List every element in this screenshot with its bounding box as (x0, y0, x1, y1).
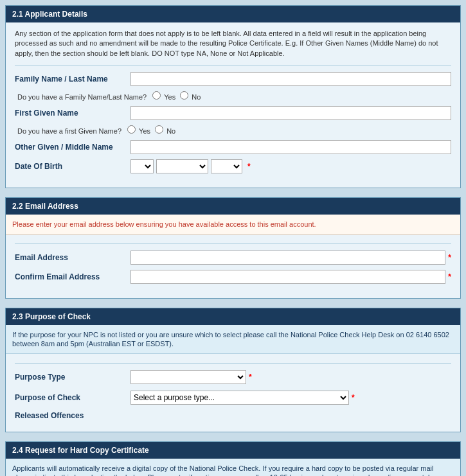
confirm-email-row: Confirm Email Address * (15, 270, 451, 284)
email-title: 2.2 Email Address (12, 202, 78, 211)
family-name-yes-radio[interactable] (152, 91, 161, 100)
purpose-title: 2.3 Purpose of Check (12, 312, 91, 321)
dob-month-select[interactable]: JanuaryFebruaryMarch AprilMayJune JulyAu… (156, 159, 208, 173)
purpose-type-select[interactable] (130, 370, 246, 384)
family-name-no-radio[interactable] (180, 91, 188, 100)
applicant-details-header: 2.1 Applicant Details (6, 6, 460, 22)
other-given-name-input[interactable] (130, 140, 451, 154)
email-required: * (448, 253, 451, 262)
email-info: Please enter your email address below en… (6, 215, 460, 234)
dob-year-select[interactable]: 202420232010 200019901980 197019601950 (211, 159, 242, 173)
email-header: 2.2 Email Address (6, 198, 460, 215)
first-given-name-yes-radio[interactable] (127, 125, 136, 134)
purpose-of-check-row: Purpose of Check Select a purpose type..… (15, 391, 451, 405)
first-given-name-yes-label: Yes (139, 127, 150, 135)
applicant-details-info: Any section of the application form that… (15, 29, 451, 58)
first-given-name-input[interactable] (130, 106, 451, 120)
family-name-label: Family Name / Last Name (15, 75, 130, 84)
purpose-info: If the purpose for your NPC is not liste… (6, 325, 460, 354)
hard-copy-title: 2.4 Request for Hard Copy Certificate (12, 446, 149, 455)
dob-selects: 12345 678910 1112131415 1617181920 21222… (130, 159, 251, 173)
family-name-row: Family Name / Last Name (15, 72, 451, 86)
email-divider (15, 243, 451, 244)
dob-required: * (247, 162, 251, 171)
applicant-details-title: 2.1 Applicant Details (12, 10, 87, 19)
email-row: Email Address * (15, 251, 451, 265)
hard-copy-header: 2.4 Request for Hard Copy Certificate (6, 442, 460, 459)
family-name-radio-row: Do you have a Family Name/Last Name? Yes… (15, 91, 451, 101)
released-offences-label: Released Offences (15, 411, 130, 420)
family-name-input[interactable] (130, 72, 451, 86)
email-section: 2.2 Email Address Please enter your emai… (5, 197, 461, 299)
applicant-details-section: 2.1 Applicant Details Any section of the… (5, 5, 461, 188)
hard-copy-section: 2.4 Request for Hard Copy Certificate Ap… (5, 441, 461, 476)
first-given-name-radio-row: Do you have a first Given Name? Yes No (15, 125, 451, 135)
purpose-divider (15, 363, 451, 364)
email-input[interactable] (130, 251, 445, 265)
purpose-type-required: * (249, 373, 252, 382)
confirm-email-required: * (448, 272, 451, 281)
purpose-of-check-required: * (352, 393, 355, 402)
first-given-name-row: First Given Name (15, 106, 451, 120)
purpose-type-row: Purpose Type * (15, 370, 451, 384)
family-name-no-label: No (192, 93, 201, 101)
hard-copy-info: Applicants will automatically receive a … (6, 459, 460, 476)
purpose-header: 2.3 Purpose of Check (6, 308, 460, 325)
dob-label: Date Of Birth (15, 162, 130, 171)
confirm-email-label: Confirm Email Address (15, 272, 130, 281)
email-body: Email Address * Confirm Email Address * (6, 234, 460, 298)
first-given-name-no-radio[interactable] (155, 125, 163, 134)
dob-day-select[interactable]: 12345 678910 1112131415 1617181920 21222… (130, 159, 154, 173)
other-given-name-label: Other Given / Middle Name (15, 143, 130, 152)
first-given-name-label: First Given Name (15, 109, 130, 118)
purpose-of-check-select[interactable]: Select a purpose type... (130, 391, 349, 405)
dob-row: Date Of Birth 12345 678910 1112131415 16… (15, 159, 451, 173)
email-label: Email Address (15, 253, 130, 262)
family-name-yes-label: Yes (164, 93, 175, 101)
purpose-type-label: Purpose Type (15, 373, 130, 382)
purpose-body: Purpose Type * Purpose of Check Select a… (6, 354, 460, 432)
first-given-name-no-label: No (166, 127, 175, 135)
purpose-section: 2.3 Purpose of Check If the purpose for … (5, 308, 461, 432)
purpose-of-check-label: Purpose of Check (15, 393, 130, 402)
divider-1 (15, 65, 451, 66)
released-offences-row: Released Offences (15, 411, 451, 420)
confirm-email-input[interactable] (130, 270, 445, 284)
other-given-name-row: Other Given / Middle Name (15, 140, 451, 154)
